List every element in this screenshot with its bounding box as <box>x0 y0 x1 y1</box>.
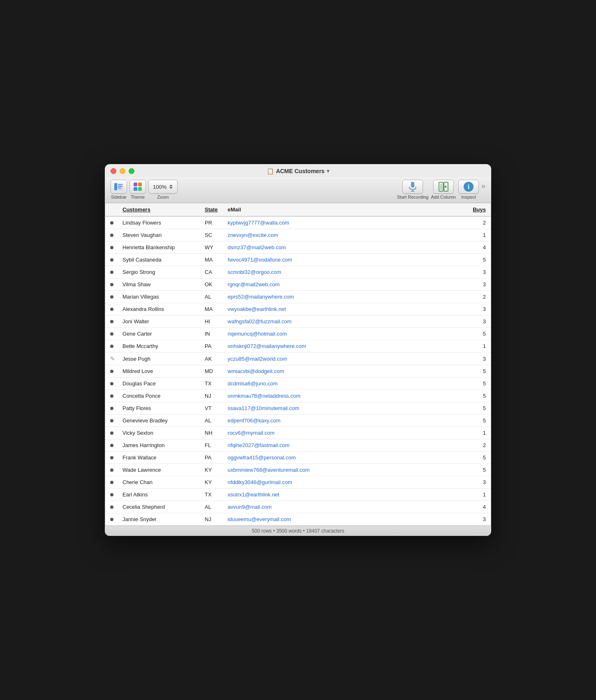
email-link[interactable]: nfddlky3046@gurlmail.com <box>228 479 292 485</box>
table-row[interactable]: Henrietta BlankenshipWYdsmz37@mail2web.c… <box>105 241 491 254</box>
row-email[interactable]: ssava117@10minutemail.com <box>223 402 466 415</box>
row-email[interactable]: onhsknji072@mailanywhere.com <box>223 340 466 352</box>
row-customer-name: Sybil Castaneda <box>118 254 200 266</box>
row-buys: 3 <box>466 315 491 328</box>
table-row[interactable]: Marian VillegasALeprs52@mailanywhere.com… <box>105 291 491 303</box>
email-link[interactable]: dsmz37@mail2web.com <box>228 244 286 250</box>
row-email[interactable]: znevxyn@excite.com <box>223 229 466 241</box>
row-email[interactable]: oggvwfra415@personal.com <box>223 452 466 464</box>
row-email[interactable]: nfddlky3046@gurlmail.com <box>223 476 466 489</box>
table-container[interactable]: Customers State eMail Buys Lindsay Flowe… <box>105 203 491 526</box>
row-email[interactable]: kyptwvjg7777@walla.com <box>223 216 466 229</box>
row-email[interactable]: dcdmlsa6@juno.com <box>223 378 466 390</box>
row-email[interactable]: uxbmmiew768@aventuremail.com <box>223 464 466 476</box>
email-link[interactable]: rocv6@mymail.com <box>228 430 275 436</box>
table-row[interactable]: Gene CarterINnqemuncq@hotmail.com5 <box>105 328 491 340</box>
email-link[interactable]: znevxyn@excite.com <box>228 232 278 238</box>
table-row[interactable]: Sybil CastanedaMAfwvoc4971@vodafone.com5 <box>105 254 491 266</box>
row-email[interactable]: yczu85@mail2world.com <box>223 352 466 365</box>
email-link[interactable]: eprs52@mailanywhere.com <box>228 294 294 300</box>
table-row[interactable]: Lindsay FlowersPRkyptwvjg7777@walla.com2 <box>105 216 491 229</box>
row-email[interactable]: rocv6@mymail.com <box>223 427 466 439</box>
table-row[interactable]: Sergio StrongCAscmnbl32@orgoo.com3 <box>105 266 491 278</box>
email-link[interactable]: vwyoakbe@earthlink.net <box>228 306 286 312</box>
email-link[interactable]: onhsknji072@mailanywhere.com <box>228 343 306 349</box>
table-row[interactable]: Vilma ShawOKrgnqr@mail2web.com3 <box>105 278 491 291</box>
more-button[interactable]: » <box>481 182 485 190</box>
theme-button[interactable] <box>129 180 146 194</box>
email-link[interactable]: fwvoc4971@vodafone.com <box>228 257 292 263</box>
email-link[interactable]: dcdmlsa6@juno.com <box>228 380 278 387</box>
email-link[interactable]: ssava117@10minutemail.com <box>228 405 299 411</box>
col-header-email[interactable]: eMail <box>223 203 466 216</box>
table-row[interactable]: Vicky SextonNHrocv6@mymail.com1 <box>105 427 491 439</box>
email-link[interactable]: iduueemu@everymail.com <box>228 516 291 522</box>
table-row[interactable]: Steven VaughanSCznevxyn@excite.com1 <box>105 229 491 241</box>
table-row[interactable]: Cecelia ShepherdALavvun9@mail.com4 <box>105 501 491 513</box>
email-link[interactable]: nqemuncq@hotmail.com <box>228 331 287 337</box>
table-row[interactable]: Earl AtkinsTXxsutrx1@earthlink.net1 <box>105 489 491 501</box>
row-email[interactable]: nqemuncq@hotmail.com <box>223 328 466 340</box>
row-email[interactable]: wmiacvbi@dodgeit.com <box>223 365 466 378</box>
table-row[interactable]: Bette MccarthyPAonhsknji072@mailanywhere… <box>105 340 491 352</box>
email-link[interactable]: avvun9@mail.com <box>228 504 272 510</box>
email-link[interactable]: wafngsfa02@fuzzmail.com <box>228 318 292 325</box>
table-row[interactable]: Concetta PonceNJonmkmau78@netaddress.com… <box>105 390 491 402</box>
row-bullet-cell <box>105 241 118 254</box>
add-column-button[interactable] <box>433 180 454 194</box>
row-customer-name: Marian Villegas <box>118 291 200 303</box>
inspect-button[interactable]: i <box>458 180 479 194</box>
table-row[interactable]: ✎Jesse PughAKyczu85@mail2world.com3 <box>105 352 491 365</box>
row-email[interactable]: iduueemu@everymail.com <box>223 513 466 526</box>
col-header-state[interactable]: State <box>200 203 223 216</box>
col-header-customers[interactable]: Customers <box>118 203 200 216</box>
zoom-stepper-icon[interactable] <box>169 184 173 189</box>
table-row[interactable]: James HarringtonFLnfqihe2027@fastmail.co… <box>105 439 491 452</box>
sidebar-button[interactable] <box>111 180 127 194</box>
title-dropdown-icon[interactable]: ▾ <box>327 168 329 174</box>
table-row[interactable]: Douglas PaceTXdcdmlsa6@juno.com5 <box>105 378 491 390</box>
table-row[interactable]: Alexandra RollinsMAvwyoakbe@earthlink.ne… <box>105 303 491 315</box>
table-row[interactable]: Jannie SnyderNJiduueemu@everymail.com3 <box>105 513 491 526</box>
close-button[interactable] <box>111 168 116 174</box>
table-row[interactable]: Joni WalterHIwafngsfa02@fuzzmail.com3 <box>105 315 491 328</box>
table-row[interactable]: Patty FloresVTssava117@10minutemail.com5 <box>105 402 491 415</box>
table-row[interactable]: Frank WallacePAoggvwfra415@personal.com5 <box>105 452 491 464</box>
email-link[interactable]: rgnqr@mail2web.com <box>228 281 280 287</box>
row-email[interactable]: onmkmau78@netaddress.com <box>223 390 466 402</box>
row-email[interactable]: xsutrx1@earthlink.net <box>223 489 466 501</box>
row-email[interactable]: rgnqr@mail2web.com <box>223 278 466 291</box>
table-row[interactable]: Genevieve BradleyALedpenf706@kaxy.com5 <box>105 415 491 427</box>
email-link[interactable]: uxbmmiew768@aventuremail.com <box>228 467 310 473</box>
email-link[interactable]: nfqihe2027@fastmail.com <box>228 442 290 448</box>
table-row[interactable]: Mildred LoveMDwmiacvbi@dodgeit.com5 <box>105 365 491 378</box>
row-email[interactable]: eprs52@mailanywhere.com <box>223 291 466 303</box>
row-email[interactable]: wafngsfa02@fuzzmail.com <box>223 315 466 328</box>
email-link[interactable]: kyptwvjg7777@walla.com <box>228 220 289 226</box>
email-link[interactable]: edpenf706@kaxy.com <box>228 417 281 424</box>
table-row[interactable]: Cherie ChanKYnfddlky3046@gurlmail.com3 <box>105 476 491 489</box>
minimize-button[interactable] <box>120 168 125 174</box>
col-header-buys[interactable]: Buys <box>466 203 491 216</box>
row-email[interactable]: edpenf706@kaxy.com <box>223 415 466 427</box>
email-link[interactable]: wmiacvbi@dodgeit.com <box>228 368 284 374</box>
zoom-button[interactable]: 100% <box>148 180 178 194</box>
row-email[interactable]: fwvoc4971@vodafone.com <box>223 254 466 266</box>
row-email[interactable]: avvun9@mail.com <box>223 501 466 513</box>
table-row[interactable]: Wade LawrenceKYuxbmmiew768@aventuremail.… <box>105 464 491 476</box>
email-link[interactable]: xsutrx1@earthlink.net <box>228 491 280 498</box>
title-text: ACME Customers <box>276 168 324 174</box>
svg-rect-3 <box>118 186 122 187</box>
zoom-label: Zoom <box>157 195 169 199</box>
row-email[interactable]: vwyoakbe@earthlink.net <box>223 303 466 315</box>
email-link[interactable]: oggvwfra415@personal.com <box>228 454 296 461</box>
row-email[interactable]: nfqihe2027@fastmail.com <box>223 439 466 452</box>
maximize-button[interactable] <box>129 168 134 174</box>
row-email[interactable]: dsmz37@mail2web.com <box>223 241 466 254</box>
email-link[interactable]: scmnbl32@orgoo.com <box>228 269 281 275</box>
email-link[interactable]: onmkmau78@netaddress.com <box>228 393 300 399</box>
email-link[interactable]: yczu85@mail2world.com <box>228 356 287 362</box>
row-state: OK <box>200 278 223 291</box>
row-email[interactable]: scmnbl32@orgoo.com <box>223 266 466 278</box>
start-recording-button[interactable] <box>402 180 423 194</box>
